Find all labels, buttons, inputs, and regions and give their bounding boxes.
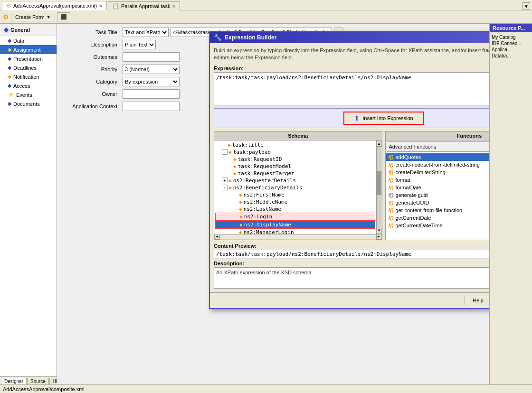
schema-hscroll-left[interactable]: ◄ <box>214 234 220 240</box>
expand-payload[interactable]: - <box>222 149 228 155</box>
expand-beneficiary[interactable]: - <box>222 185 228 190</box>
priority-select[interactable]: 3 (Normal) <box>123 65 180 74</box>
content-preview-section: Content Preview: /task:task/task:payload… <box>214 243 489 259</box>
tab-source[interactable]: Source <box>27 378 49 384</box>
sidebar-item-assignment[interactable]: ◆ Assignment <box>0 45 57 54</box>
deadlines-icon: ◆ <box>8 65 11 71</box>
right-panel-item-applica[interactable]: Applica... <box>492 47 530 53</box>
category-label: Category: <box>61 79 123 84</box>
tree-item-requestid[interactable]: ◆ task:RequestID <box>215 156 375 163</box>
function-item-format[interactable]: f() format <box>386 176 490 184</box>
func-icon-format: f() <box>389 177 394 183</box>
schema-tree[interactable]: ◆ task:title - ◆ task:payload <box>214 140 376 234</box>
access-icon: ◆ <box>8 83 11 89</box>
sidebar-item-documents[interactable]: ◆ Documents <box>0 99 57 108</box>
app-context-input[interactable] <box>123 102 180 111</box>
create-form-button[interactable]: Create Form ▼ <box>11 13 55 21</box>
tab-designer[interactable]: Designer <box>1 378 27 384</box>
main-toolbar: ⚙ Create Form ▼ ⬛ <box>0 10 532 24</box>
tree-item-displayname[interactable]: ◆ ns2:DisplayName <box>215 221 375 229</box>
tab-add-access[interactable]: ⚙ AddAccessApproval(composite.xml) ✕ <box>2 1 107 10</box>
sidebar-item-notification[interactable]: ◆ Notification <box>0 72 57 81</box>
toolbar-extra-btn[interactable]: ⬛ <box>57 12 70 21</box>
insert-btn-label: Insert Into Expression <box>362 115 413 121</box>
description2-section: Description: An XPath expression of the … <box>214 261 489 289</box>
category-select[interactable]: By expression <box>123 77 180 86</box>
dialog-title: 🔧 Expression Builder <box>214 34 276 41</box>
leaf-icon-requestid: ◆ <box>233 156 237 162</box>
func-icon-generateguid: f() <box>389 200 394 206</box>
folder-icon-beneficiary: ◆ <box>228 185 232 191</box>
sidebar-item-data[interactable]: ◆ Data <box>0 36 57 45</box>
schema-scroll-down[interactable]: ▼ <box>376 228 382 234</box>
help-button[interactable]: Help <box>465 296 489 305</box>
main-content: Task Title: Text and XPath ✎ Description… <box>57 24 489 384</box>
owner-input[interactable]: Group <box>123 89 180 99</box>
tree-item-beneficiarydetails[interactable]: - ◆ ns2:BeneficiaryDetails <box>215 184 375 191</box>
content-preview-label: Content Preview: <box>214 243 489 249</box>
function-item-addquotes[interactable]: f() addQuotes <box>386 153 490 161</box>
right-panel-item-databa[interactable]: Databa... <box>492 53 530 59</box>
tree-item-lastname[interactable]: ◆ ns2:LastName <box>215 206 375 213</box>
schema-hscroll-right[interactable]: ► <box>376 234 382 240</box>
tab1-close[interactable]: ✕ <box>99 3 103 9</box>
functions-category-select[interactable]: Advanced Functions <box>387 141 490 152</box>
function-item-generateguid[interactable]: f() generateGUID <box>386 199 490 206</box>
function-item-getcurrentdate[interactable]: f() getCurrentDate <box>386 214 490 222</box>
function-item-createdelimited[interactable]: f() createDelimitedString <box>386 168 490 176</box>
tab2-close[interactable]: ✕ <box>172 4 176 9</box>
tree-item-login[interactable]: ◆ ns2:Login <box>215 213 375 221</box>
description-type-select[interactable]: Plain Text <box>123 40 156 49</box>
function-item-formatdate[interactable]: f() formatDate <box>386 184 490 191</box>
tree-item-payload[interactable]: - ◆ task:payload <box>215 149 375 156</box>
sidebar-item-presentation[interactable]: ◆ Presentation <box>0 54 57 63</box>
dialog-description: Build an expression by typing directly i… <box>214 47 489 62</box>
func-icon-getcurrentdate: f() <box>389 215 394 221</box>
leaf-icon-login: ◆ <box>239 214 243 220</box>
leaf-icon-lastname: ◆ <box>239 206 242 212</box>
sidebar-item-events[interactable]: ⚡ Events <box>0 90 57 99</box>
notification-icon: ◆ <box>8 74 11 80</box>
presentation-icon: ◆ <box>8 56 11 62</box>
schema-header: Schema <box>214 131 382 140</box>
content-preview-value: /task:task/task:payload/ns2:BeneficiaryD… <box>214 250 489 259</box>
function-item-get-content[interactable]: f() get-content-from-file-function <box>386 206 490 214</box>
outcomes-input[interactable]: APPROVE,REJEC <box>123 52 180 62</box>
right-panel-item-ide[interactable]: IDE Connec... <box>492 40 530 47</box>
documents-icon: ◆ <box>8 101 11 107</box>
tree-item-managerlogin[interactable]: ◆ ns2:ManagerLogin <box>215 229 375 234</box>
tree-item-requesterdetails[interactable]: + ◆ ns2:RequesterDetails <box>215 177 375 184</box>
tree-item-title[interactable]: ◆ task:title <box>215 141 375 149</box>
sidebar-item-access[interactable]: ◆ Access <box>0 81 57 90</box>
leaf-icon-title: ◆ <box>228 142 231 148</box>
tab-parallel-approval[interactable]: 📋 ParallelApproval.task ✕ <box>108 1 180 10</box>
description2-value: An XPath expression of the XSD schema <box>214 267 489 289</box>
sidebar-item-deadlines[interactable]: ◆ Deadlines <box>0 63 57 72</box>
schema-scrollbar[interactable]: ▲ ▼ <box>376 140 382 234</box>
toolbar-icon: ⚙ <box>3 13 9 21</box>
expression-textarea[interactable]: /task:task/task:payload/ns2:BeneficiaryD… <box>214 72 489 105</box>
leaf-icon-firstname: ◆ <box>239 192 242 198</box>
tree-item-requesttarget[interactable]: ◆ task:RequestTarget <box>215 170 375 177</box>
description2-label: Description: <box>214 261 489 266</box>
insert-into-expression-button[interactable]: ⬆ Insert Into Expression <box>343 112 423 125</box>
func-icon-createdelimited: f() <box>389 169 394 175</box>
tree-item-requestmodel[interactable]: ◆ task:RequestModel <box>215 163 375 170</box>
tab-overflow-btn[interactable]: ▼ <box>522 2 530 10</box>
right-panel: Resource P... My Catalog IDE Connec... A… <box>489 24 532 384</box>
priority-label: Priority: <box>61 66 123 72</box>
tree-item-middlename[interactable]: ◆ ns2:MiddleName <box>215 198 375 206</box>
expand-requester[interactable]: + <box>222 178 228 183</box>
function-item-generate-guid[interactable]: f() generate-guid <box>386 191 490 199</box>
tree-item-firstname[interactable]: ◆ ns2:FirstName <box>215 191 375 198</box>
function-item-create-nodeset[interactable]: f() create-nodeset-from-delimited-string <box>386 161 490 168</box>
dialog-titlebar: 🔧 Expression Builder _ □ ✕ <box>210 32 489 43</box>
function-item-getcurrentdatetime[interactable]: f() getCurrentDateTime <box>386 222 490 229</box>
task-title-type-select[interactable]: Text and XPath <box>123 28 169 37</box>
schema-scroll-up[interactable]: ▲ <box>376 141 382 147</box>
create-form-dropdown-icon[interactable]: ▼ <box>47 15 51 19</box>
leaf-icon-requestmodel: ◆ <box>233 163 237 169</box>
dialog-body: Build an expression by typing directly i… <box>210 43 489 292</box>
tab1-label: AddAccessApproval(composite.xml) <box>13 3 97 9</box>
right-panel-item-catalogs[interactable]: My Catalog <box>492 34 530 40</box>
